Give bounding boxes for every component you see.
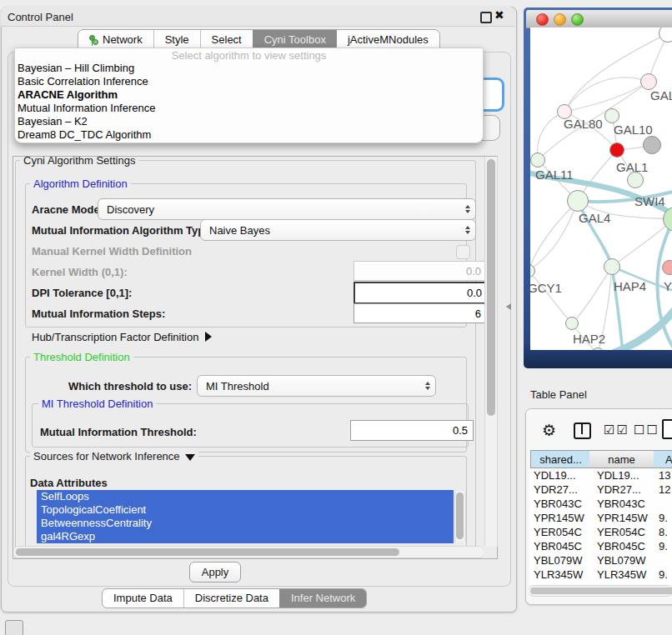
- algorithm-option-bayesian-k2[interactable]: Bayesian – K2: [15, 115, 483, 128]
- table-cell: YLR345W: [529, 568, 589, 582]
- network-node[interactable]: [643, 136, 661, 154]
- collapse-down-icon: [185, 454, 195, 461]
- algorithm-option-bayesian-hill-climbing[interactable]: Bayesian – Hill Climbing: [15, 62, 483, 75]
- table-row[interactable]: YPR145WYPR145W9.: [529, 511, 672, 525]
- column-header-shared-name[interactable]: shared...: [530, 450, 591, 468]
- collapsed-panel-icon[interactable]: [5, 620, 23, 635]
- table-row[interactable]: YDL19...YDL19...13: [529, 468, 672, 482]
- data-attributes-list: SelfLoopsTopologicalCoefficientBetweenne…: [37, 490, 454, 543]
- float-window-icon[interactable]: [480, 12, 492, 23]
- node-label-gal10: GAL10: [614, 122, 653, 137]
- network-node[interactable]: [627, 172, 644, 188]
- table-cell: 9.: [654, 511, 672, 525]
- settings-vertical-scrollbar[interactable]: [484, 157, 498, 547]
- manual-kernel-width-checkbox[interactable]: [456, 245, 470, 259]
- column-header-name[interactable]: name: [589, 450, 654, 468]
- mi-steps-label: Mutual Information Steps:: [32, 308, 165, 320]
- apply-button[interactable]: Apply: [189, 562, 241, 582]
- tab-infer-network[interactable]: Infer Network: [279, 589, 366, 608]
- table-cell: YBR045C: [529, 539, 589, 553]
- network-node[interactable]: [567, 190, 589, 212]
- algorithm-option-aracne-algorithm[interactable]: ARACNE Algorithm: [15, 88, 483, 102]
- network-window-titlebar[interactable]: [526, 10, 672, 28]
- network-node[interactable]: [662, 260, 672, 275]
- network-node[interactable]: [530, 152, 545, 168]
- document-icon[interactable]: [662, 419, 672, 439]
- unchecked-boxes-icon[interactable]: ☐☐: [634, 422, 659, 438]
- hub-definition-toggle[interactable]: Hub/Transcription Factor Definition: [32, 331, 212, 343]
- table-cell: 9.: [654, 539, 672, 553]
- sources-toggle[interactable]: Sources for Network Inference: [30, 451, 198, 462]
- mi-steps-field[interactable]: 6: [354, 303, 487, 323]
- mi-algorithm-type-combo[interactable]: Naive Bayes: [200, 219, 476, 241]
- table-cell: 8.: [654, 525, 672, 539]
- table-row[interactable]: YBR043CYBR043C: [529, 497, 672, 511]
- panel-splitter-arrow-icon[interactable]: [506, 303, 511, 310]
- tab-select[interactable]: Select: [200, 30, 253, 49]
- node-label-gal80: GAL80: [564, 117, 603, 131]
- table-horizontal-scrollbar[interactable]: [529, 585, 672, 597]
- which-threshold-combo[interactable]: MI Threshold: [197, 375, 436, 397]
- tab-jactivemnodules[interactable]: jActiveMNodules: [337, 30, 439, 49]
- table-cell: YBR045C: [589, 539, 654, 553]
- mi-threshold-label: Mutual Information Threshold:: [40, 426, 197, 438]
- control-panel-titlebar[interactable]: [1, 7, 515, 27]
- network-node[interactable]: [604, 108, 619, 123]
- column-header-clipped[interactable]: A: [654, 450, 672, 468]
- network-node[interactable]: [640, 73, 657, 90]
- table-row[interactable]: YDR27...YDR27...12: [529, 482, 672, 497]
- algorithm-option-basic-correlation-inference[interactable]: Basic Correlation Inference: [15, 75, 483, 88]
- network-node[interactable]: [609, 142, 624, 158]
- table-row[interactable]: YBL079WYBL079W: [529, 553, 672, 568]
- attribute-item-betweennesscentrality[interactable]: BetweennessCentrality: [37, 517, 454, 530]
- which-threshold-label: Which threshold to use:: [68, 380, 192, 392]
- tab-cyni-toolbox[interactable]: Cyni Toolbox: [253, 30, 337, 49]
- tab-discretize-data[interactable]: Discretize Data: [183, 589, 279, 608]
- kernel-width-field[interactable]: 0.0: [354, 261, 487, 281]
- zoom-traffic-light-icon[interactable]: [571, 13, 584, 26]
- algorithm-option-mutual-information-inference[interactable]: Mutual Information Inference: [15, 102, 483, 115]
- columns-icon[interactable]: [574, 422, 591, 439]
- table-cell: YDR27...: [589, 482, 654, 497]
- table-row[interactable]: YBR045CYBR045C9.: [529, 539, 672, 553]
- table-row[interactable]: YLR345WYLR345W9.: [529, 568, 672, 582]
- aracne-mode-label: Aracne Mode:: [32, 203, 103, 216]
- combo-arrows-icon: [460, 205, 475, 213]
- control-panel-title: Control Panel: [8, 11, 73, 23]
- combo-arrows-icon: [420, 382, 435, 390]
- aracne-mode-combo[interactable]: Discovery: [98, 198, 476, 220]
- network-node[interactable]: [565, 317, 579, 330]
- mi-threshold-field[interactable]: 0.5: [350, 420, 474, 441]
- close-icon[interactable]: ✖: [494, 8, 504, 22]
- tab-impute-data[interactable]: Impute Data: [103, 589, 183, 608]
- node-label-gcy1: GCY1: [530, 281, 562, 295]
- attribute-item-topologicalcoefficient[interactable]: TopologicalCoefficient: [37, 503, 454, 517]
- gear-icon[interactable]: ⚙: [542, 421, 556, 440]
- attributes-list-scrollbar[interactable]: [454, 491, 466, 542]
- attribute-item-selfloops[interactable]: SelfLoops: [37, 490, 454, 503]
- node-label-gal: GAL: [650, 88, 672, 102]
- table-cell: YDR27...: [529, 482, 589, 497]
- settings-horizontal-scrollbar[interactable]: [13, 546, 484, 558]
- tab-style[interactable]: Style: [153, 30, 200, 49]
- table-row[interactable]: YER054CYER054C8.: [529, 525, 672, 539]
- table-cell: [654, 553, 672, 568]
- minimize-traffic-light-icon[interactable]: [554, 13, 566, 26]
- tab-network[interactable]: Network: [78, 30, 153, 49]
- table-cell: YBR043C: [529, 497, 589, 511]
- dpi-tolerance-field[interactable]: 0.0: [354, 282, 489, 304]
- algorithm-dropdown-placeholder: Select algorithm to view settings: [15, 49, 483, 62]
- algorithm-option-dream8-dc-tdc-algorithm[interactable]: Dream8 DC_TDC Algorithm: [15, 128, 483, 142]
- cyni-algorithm-settings-title: Cyni Algorithm Settings: [20, 156, 138, 166]
- attribute-item-gal4rgexp[interactable]: gal4RGexp: [37, 530, 454, 543]
- network-node[interactable]: [604, 258, 620, 275]
- data-attributes-label: Data Attributes: [30, 477, 108, 489]
- kernel-width-label: Kernel Width (0,1):: [32, 266, 128, 278]
- node-label-gal4: GAL4: [579, 211, 610, 225]
- network-canvas[interactable]: GALGAL80GAL10GAL1GAL11SWI4GAL4GCY1HAP4YH…: [530, 28, 672, 350]
- network-view-window[interactable]: GALGAL80GAL10GAL1GAL11SWI4GAL4GCY1HAP4YH…: [524, 8, 672, 368]
- checked-boxes-icon[interactable]: ☑☑: [604, 422, 629, 438]
- node-table[interactable]: YDL19...YDL19...13YDR27...YDR27...12YBR0…: [529, 468, 672, 585]
- close-traffic-light-icon[interactable]: [536, 13, 549, 26]
- node-label-hap2: HAP2: [573, 332, 605, 346]
